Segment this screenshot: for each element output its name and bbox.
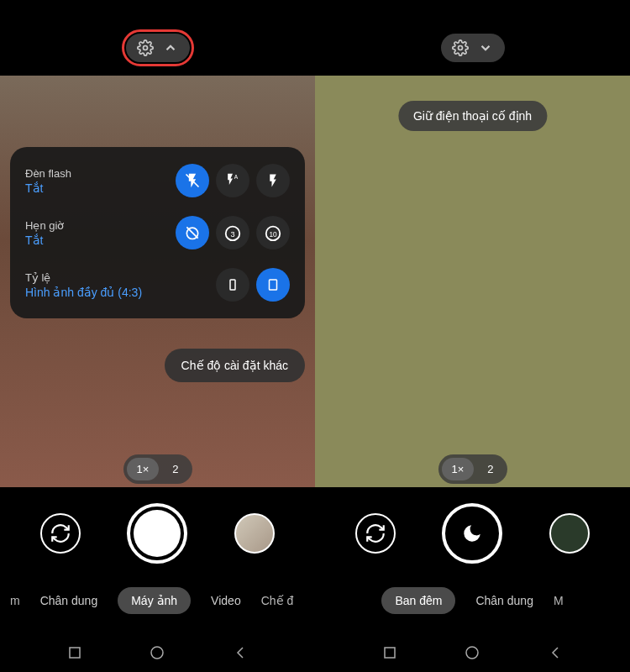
svg-point-13 (458, 46, 462, 50)
flash-value: Tắt (25, 181, 176, 195)
ratio-narrow-button[interactable] (216, 268, 249, 302)
zoom-1x-button[interactable]: 1× (126, 458, 159, 480)
gallery-thumbnail-button[interactable] (549, 513, 590, 554)
mode-portrait[interactable]: Chân dung (475, 594, 533, 607)
timer-10s-button[interactable]: 10 (256, 216, 290, 249)
timer-value: Tắt (25, 234, 176, 247)
flip-camera-button[interactable] (40, 513, 81, 554)
zoom-control[interactable]: 1× 2 (438, 454, 507, 484)
zoom-2x-button[interactable]: 2 (162, 458, 188, 480)
chevron-down-icon (476, 39, 495, 57)
ratio-title: Tỷ lệ (25, 271, 216, 284)
svg-point-15 (466, 647, 478, 659)
chevron-up-icon (161, 39, 180, 57)
back-button[interactable] (547, 644, 564, 661)
hold-steady-toast: Giữ điện thoại cố định (398, 101, 547, 131)
android-navbar (315, 633, 630, 672)
mode-partial-end[interactable]: Chế đ (261, 594, 294, 607)
svg-point-0 (143, 46, 147, 50)
quick-settings-panel: Đèn flash Tắt A Hẹn giờ (10, 147, 305, 318)
mode-night[interactable]: Ban đêm (381, 587, 455, 614)
moon-icon (461, 522, 483, 544)
mode-video[interactable]: Video (211, 594, 241, 607)
mode-partial[interactable]: m (10, 594, 20, 607)
flash-setting: Đèn flash Tắt A (25, 164, 290, 197)
gallery-thumbnail-button[interactable] (234, 513, 275, 554)
mode-camera[interactable]: Máy ảnh (118, 587, 191, 614)
mode-partial-end[interactable]: M (554, 594, 564, 607)
android-navbar (0, 633, 315, 672)
zoom-1x-button[interactable]: 1× (441, 458, 474, 480)
gear-icon (136, 39, 155, 57)
svg-text:A: A (234, 174, 239, 180)
svg-rect-11 (70, 648, 80, 658)
home-button[interactable] (149, 644, 165, 661)
svg-rect-10 (270, 280, 277, 290)
timer-3s-button[interactable]: 3 (216, 216, 249, 249)
settings-topbar[interactable] (126, 34, 190, 62)
flash-auto-button[interactable]: A (216, 164, 249, 197)
phone-left: Đèn flash Tắt A Hẹn giờ (0, 0, 315, 672)
camera-viewfinder[interactable]: Giữ điện thoại cố định 1× 2 (315, 76, 630, 487)
zoom-2x-button[interactable]: 2 (477, 458, 503, 480)
camera-viewfinder[interactable]: Đèn flash Tắt A Hẹn giờ (0, 76, 315, 487)
timer-setting: Hẹn giờ Tắt 3 10 (25, 216, 290, 249)
timer-off-button[interactable] (176, 216, 209, 249)
back-button[interactable] (232, 644, 249, 661)
ratio-setting: Tỷ lệ Hình ảnh đầy đủ (4:3) (25, 268, 290, 302)
shutter-button[interactable] (442, 503, 502, 564)
flash-off-button[interactable] (176, 164, 209, 197)
flip-camera-button[interactable] (355, 513, 396, 554)
flash-on-button[interactable] (256, 164, 290, 197)
shutter-button[interactable] (127, 503, 187, 564)
more-settings-button[interactable]: Chế độ cài đặt khác (165, 349, 305, 382)
settings-topbar[interactable] (441, 34, 505, 62)
mode-selector[interactable]: Ban đêm Chân dung M (315, 580, 630, 622)
svg-text:3: 3 (230, 230, 234, 239)
home-button[interactable] (464, 644, 480, 661)
ratio-value: Hình ảnh đầy đủ (4:3) (25, 286, 216, 299)
zoom-control[interactable]: 1× 2 (123, 454, 192, 484)
svg-text:10: 10 (269, 231, 277, 239)
timer-title: Hẹn giờ (25, 219, 176, 232)
flash-title: Đèn flash (25, 167, 176, 180)
mode-selector[interactable]: m Chân dung Máy ảnh Video Chế đ (0, 580, 315, 622)
phone-right: Giữ điện thoại cố định 1× 2 Ban đêm Chân… (315, 0, 630, 672)
svg-rect-9 (230, 280, 235, 290)
camera-controls (0, 496, 315, 571)
camera-controls (315, 496, 630, 571)
mode-portrait[interactable]: Chân dung (40, 594, 98, 607)
recents-button[interactable] (381, 644, 398, 661)
svg-point-12 (151, 647, 163, 659)
ratio-full-button[interactable] (256, 268, 290, 302)
gear-icon (451, 39, 470, 57)
recents-button[interactable] (66, 644, 83, 661)
svg-rect-14 (385, 648, 395, 658)
